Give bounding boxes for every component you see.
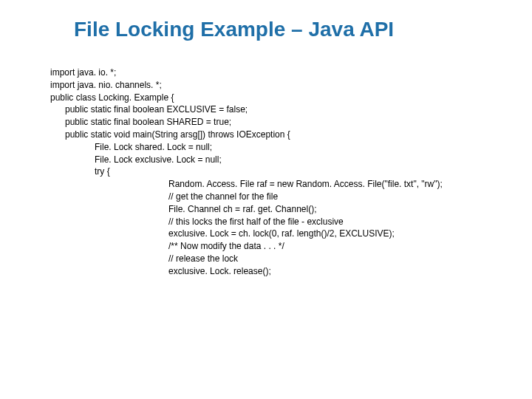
indent xyxy=(50,179,168,189)
code-line: Random. Access. File raf = new Random. A… xyxy=(168,179,443,189)
code-line: public static void main(String arsg[]) t… xyxy=(65,129,290,140)
code-line: // release the lock xyxy=(168,253,238,264)
indent xyxy=(50,142,95,152)
code-line: File. Channel ch = raf. get. Channel(); xyxy=(168,204,316,214)
indent xyxy=(50,129,65,140)
indent xyxy=(50,241,168,251)
code-line: // get the channel for the file xyxy=(168,191,278,202)
indent xyxy=(50,117,65,127)
code-block: import java. io. *; import java. nio. ch… xyxy=(50,66,510,278)
indent xyxy=(50,191,168,202)
indent xyxy=(50,104,65,115)
code-line: import java. nio. channels. *; xyxy=(50,80,162,90)
code-line: File. Lock exclusive. Lock = null; xyxy=(95,154,222,165)
code-line: public class Locking. Example { xyxy=(50,92,174,103)
code-line: /** Now modify the data . . . */ xyxy=(168,241,284,251)
slide: File Locking Example – Java API import j… xyxy=(0,0,532,399)
indent xyxy=(50,166,95,177)
indent xyxy=(50,154,95,165)
indent xyxy=(50,266,168,276)
code-line: exclusive. Lock = ch. lock(0, raf. lengt… xyxy=(168,228,395,239)
code-line: exclusive. Lock. release(); xyxy=(168,266,271,276)
indent xyxy=(50,228,168,239)
indent xyxy=(50,253,168,264)
indent xyxy=(50,204,168,214)
code-line: import java. io. *; xyxy=(50,67,116,78)
indent xyxy=(50,216,168,227)
code-line: // this locks the first half of the file… xyxy=(168,216,344,227)
page-title: File Locking Example – Java API xyxy=(74,18,502,41)
code-line: public static final boolean EXCLUSIVE = … xyxy=(65,104,248,115)
code-line: File. Lock shared. Lock = null; xyxy=(95,142,212,152)
code-line: try { xyxy=(95,166,110,177)
code-line: public static final boolean SHARED = tru… xyxy=(65,117,231,127)
